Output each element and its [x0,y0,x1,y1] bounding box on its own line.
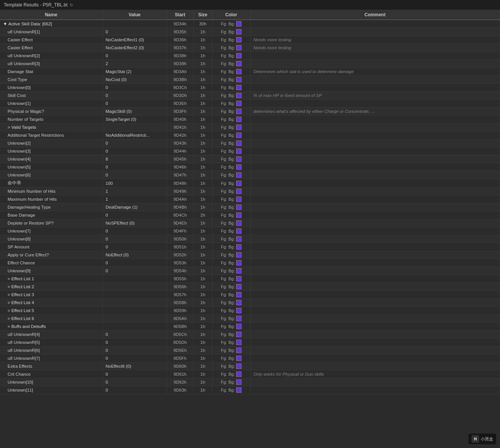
cell-color[interactable]: Fg:Bg: [212,347,250,354]
table-row[interactable]: > Valid Targets9D41h1hFg:Bg: [0,123,500,131]
cell-color[interactable]: Fg:Bg: [212,339,250,347]
table-row[interactable]: u8 UnknownR[7]09D5Fh1hFg:Bg: [0,354,500,362]
cell-color[interactable]: Fg:Bg: [212,378,250,386]
table-row[interactable]: > Effect List 59D59h1hFg:Bg: [0,307,500,315]
table-row[interactable]: Base Damage09D4Ch2hFg:Bg: [0,211,500,219]
table-row[interactable]: u8 UnknownR[5]09D5Dh1hFg:Bg: [0,339,500,347]
cell-color[interactable]: Fg:Bg: [212,291,250,299]
cell-color[interactable]: Fg:Bg: [212,203,250,211]
color-swatch[interactable] [236,308,241,313]
color-swatch[interactable] [236,117,241,122]
table-row[interactable]: Damage StatMagicStat (2)9D3Ah1hFg:Bg:Det… [0,68,500,76]
table-row[interactable]: Caster EffectNoCasterEffect2 (0)9D37h1hF… [0,44,500,52]
color-swatch[interactable] [236,164,241,170]
cell-color[interactable]: Fg:Bg: [212,211,250,219]
table-row[interactable]: Skill Cost09D3Dh1hFg:Bg:% of max HP or f… [0,92,500,100]
color-swatch[interactable] [236,292,241,297]
cell-color[interactable]: Fg:Bg: [212,28,250,36]
color-swatch[interactable] [236,181,241,186]
color-swatch[interactable] [236,244,241,250]
cell-color[interactable]: Fg:Bg: [212,179,250,187]
cell-color[interactable]: Fg:Bg: [212,171,250,179]
cell-color[interactable]: Fg:Bg: [212,275,250,283]
cell-color[interactable]: Fg:Bg: [212,195,250,203]
color-swatch[interactable] [236,324,241,329]
color-swatch[interactable] [236,268,241,273]
color-swatch[interactable] [236,260,241,265]
cell-color[interactable]: Fg:Bg: [212,323,250,331]
color-swatch[interactable] [236,316,241,321]
cell-color[interactable]: Fg:Bg: [212,235,250,243]
table-row[interactable]: Maximum Number of Hits19D4Ah1hFg:Bg: [0,195,500,203]
color-swatch[interactable] [236,156,241,162]
cell-color[interactable]: Fg:Bg: [212,331,250,339]
color-swatch[interactable] [236,125,241,130]
table-row[interactable]: Deplete or Restore SP?NoSPEffect (0)9D4E… [0,219,500,227]
color-swatch[interactable] [236,29,241,34]
table-row[interactable]: > Buffs and Debuffs9D5Bh1hFg:Bg: [0,323,500,331]
table-row[interactable]: u8 UnknownR[3]29D39h1hFg:Bg: [0,60,500,68]
table-row[interactable]: Unknown[3]09D44h1hFg:Bg: [0,147,500,155]
cell-color[interactable]: Fg:Bg: [212,44,250,52]
cell-color[interactable]: Fg:Bg: [212,76,250,84]
color-swatch[interactable] [236,228,241,234]
table-row[interactable]: > Effect List 69D5Ah1hFg:Bg: [0,315,500,323]
table-row[interactable]: Effect Chance09D53h1hFg:Bg: [0,259,500,267]
cell-color[interactable]: Fg:Bg: [212,259,250,267]
table-row[interactable]: Unknown[1]09D3Eh1hFg:Bg: [0,100,500,108]
table-row[interactable]: Unknown[0]09D3Ch1hFg:Bg: [0,84,500,92]
table-row[interactable]: Number of TargetsSingleTarget (0)9D40h1h… [0,116,500,123]
color-swatch[interactable] [236,37,241,42]
table-row[interactable]: ▼ Active Skill Data: [662]9D34h30hFg:Bg: [0,20,500,28]
color-swatch[interactable] [236,212,241,218]
color-swatch[interactable] [236,172,241,178]
cell-color[interactable]: Fg:Bg: [212,243,250,251]
color-swatch[interactable] [236,356,241,361]
cell-color[interactable]: Fg:Bg: [212,315,250,323]
table-row[interactable]: Unknown[4]89D45h1hFg:Bg: [0,155,500,163]
cell-color[interactable]: Fg:Bg: [212,307,250,315]
color-swatch[interactable] [236,85,241,90]
table-row[interactable]: u8 UnknownR[4]09D5Ch1hFg:Bg: [0,331,500,339]
color-swatch[interactable] [236,140,241,146]
color-swatch[interactable] [236,197,241,202]
cell-color[interactable]: Fg:Bg: [212,100,250,108]
cell-color[interactable]: Fg:Bg: [212,155,250,163]
cell-color[interactable]: Fg:Bg: [212,370,250,378]
table-row[interactable]: u8 UnknownR[1]09D35h1hFg:Bg: [0,28,500,36]
cell-color[interactable]: Fg:Bg: [212,36,250,44]
color-swatch[interactable] [236,148,241,154]
color-swatch[interactable] [236,101,241,106]
table-row[interactable]: Cost TypeNoCost (0)9D3Bh1hFg:Bg: [0,76,500,84]
color-swatch[interactable] [236,53,241,58]
color-swatch[interactable] [236,109,241,114]
table-row[interactable]: Apply or Cure Effect?NoEffect (0)9D52h1h… [0,251,500,259]
color-swatch[interactable] [236,340,241,345]
color-swatch[interactable] [236,189,241,194]
cell-color[interactable]: Fg:Bg: [212,60,250,68]
cell-color[interactable]: Fg:Bg: [212,108,250,116]
table-row[interactable]: Unknown[7]09D4Fh1hFg:Bg: [0,227,500,235]
refresh-icon[interactable]: ↻ [70,3,73,8]
color-swatch[interactable] [236,372,241,377]
color-swatch[interactable] [236,45,241,50]
table-row[interactable]: Minimum Number of Hits19D49h1hFg:Bg: [0,187,500,195]
color-swatch[interactable] [236,387,241,393]
color-swatch[interactable] [236,61,241,66]
table-row[interactable]: Unknown[6]09D47h1hFg:Bg: [0,171,500,179]
color-swatch[interactable] [236,69,241,74]
color-swatch[interactable] [236,220,241,226]
color-swatch[interactable] [236,21,241,27]
cell-color[interactable]: Fg:Bg: [212,386,250,394]
table-row[interactable]: SP Amount09D51h1hFg:Bg: [0,243,500,251]
color-swatch[interactable] [236,252,241,258]
table-row[interactable]: Unknown[2]09D43h1hFg:Bg: [0,139,500,147]
color-swatch[interactable] [236,332,241,337]
cell-color[interactable]: Fg:Bg: [212,20,250,28]
table-row[interactable]: Unknown[11]09D63h1hFg:Bg: [0,386,500,394]
cell-color[interactable]: Fg:Bg: [212,147,250,155]
cell-color[interactable]: Fg:Bg: [212,362,250,370]
table-row[interactable]: Crit Chance09D61h1hFg:Bg:Only works for … [0,370,500,378]
cell-color[interactable]: Fg:Bg: [212,267,250,275]
table-row[interactable]: Extra EffectsNoEffect6 (0)9D60h1hFg:Bg: [0,362,500,370]
